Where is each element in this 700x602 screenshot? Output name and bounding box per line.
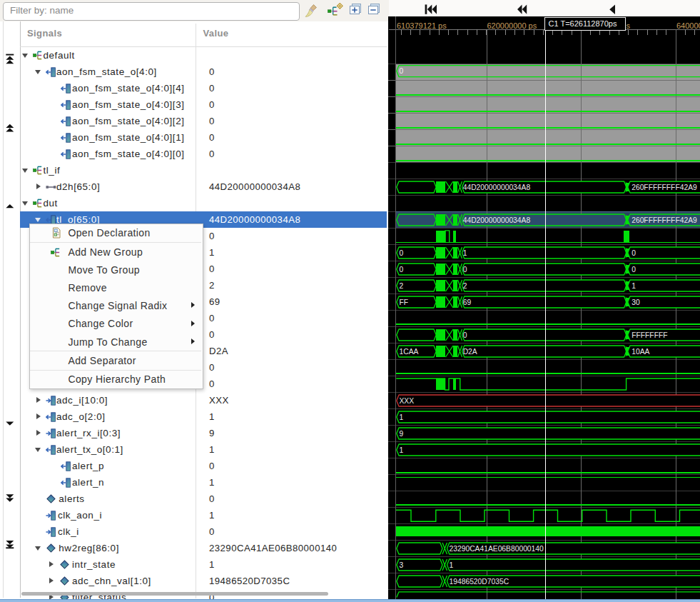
svg-text:44D20000000034A8: 44D20000000034A8 [463,216,531,224]
svg-text:2: 2 [463,282,467,290]
svg-text:s: s [627,21,631,30]
svg-text:0: 0 [463,331,467,339]
svg-text:FF: FF [400,299,409,306]
svg-text:C1 T=626112870ps: C1 T=626112870ps [549,19,617,28]
svg-text:D2A: D2A [463,348,477,356]
svg-text:0: 0 [631,249,636,257]
svg-text:1: 1 [450,561,454,569]
svg-text:2: 2 [400,282,404,290]
svg-text:1: 1 [631,282,636,290]
svg-text:9: 9 [400,430,404,438]
svg-text:XXX: XXX [400,397,415,405]
svg-text:260FFFFFFFF42A9: 260FFFFFFFF42A9 [631,184,697,191]
svg-text:3: 3 [400,561,404,569]
svg-text:0: 0 [400,266,404,274]
svg-text:640000: 640000 [676,21,700,30]
svg-text:260FFFFFFFF42A9: 260FFFFFFFF42A9 [631,216,697,224]
svg-text:620000000 ps: 620000000 ps [487,21,537,30]
svg-text:23290CA41AE06B80000140: 23290CA41AE06B80000140 [450,545,544,553]
svg-text:44D20000000034A8: 44D20000000034A8 [463,184,531,191]
svg-text:0: 0 [463,266,467,274]
svg-text:1: 1 [463,249,467,257]
svg-text:0: 0 [631,266,636,274]
svg-text:0: 0 [400,67,404,75]
svg-text:FFFFFFFF: FFFFFFFF [631,331,667,339]
svg-text:30: 30 [631,299,640,306]
svg-text:19486520D7035C: 19486520D7035C [450,578,509,586]
svg-text:1: 1 [400,413,404,421]
svg-text:10AA: 10AA [631,348,649,356]
svg-text:69: 69 [463,299,472,306]
svg-text:1: 1 [400,446,404,454]
svg-text:610379121 ps: 610379121 ps [397,21,447,30]
svg-text:1CAA: 1CAA [400,348,419,356]
svg-text:0: 0 [400,249,404,257]
